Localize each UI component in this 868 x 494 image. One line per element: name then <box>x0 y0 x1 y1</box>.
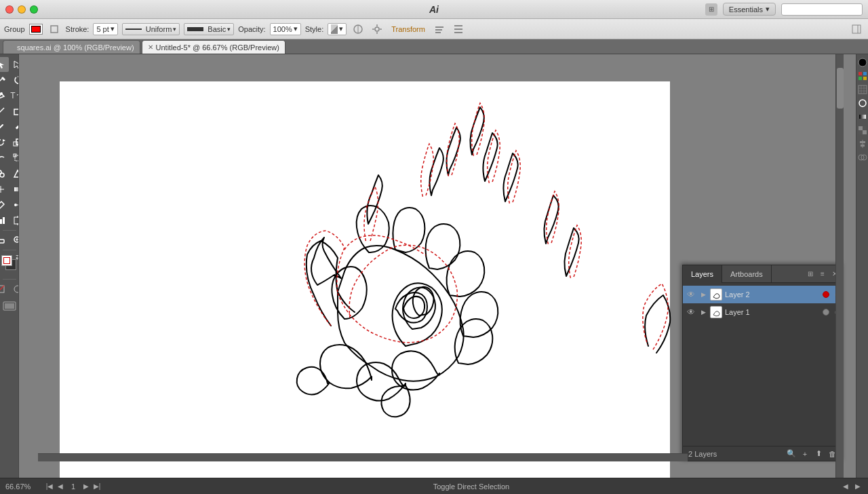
status-message: Toggle Direct Selection <box>107 482 835 491</box>
window-controls[interactable] <box>5 5 38 14</box>
eraser-tool[interactable] <box>0 233 9 248</box>
stroke-options-btn[interactable] <box>47 22 62 37</box>
tool-group-brush <box>0 119 19 134</box>
tab-close-untitled[interactable]: ✕ <box>148 43 153 51</box>
tab-close-squares[interactable]: ✕ <box>9 43 14 51</box>
svg-point-33 <box>0 173 4 177</box>
horizontal-scrollbar[interactable] <box>38 453 688 461</box>
title-right: ⊞ Essentials ▾ <box>705 3 863 16</box>
svg-marker-34 <box>14 170 19 177</box>
first-page-btn[interactable]: |◀ <box>45 482 54 491</box>
color-panel-icon[interactable] <box>857 57 868 68</box>
foreground-color[interactable] <box>1 255 12 266</box>
gradient-tool[interactable] <box>9 182 19 197</box>
screen-mode-btn[interactable] <box>1 299 18 314</box>
current-page[interactable]: 1 <box>66 482 80 491</box>
magic-wand-tool[interactable] <box>0 73 9 88</box>
type-tool[interactable]: T T <box>9 88 19 103</box>
rectangle-tool[interactable] <box>9 104 19 119</box>
pencil-tool[interactable] <box>9 119 19 134</box>
svg-rect-59 <box>859 72 862 75</box>
uniform-dropdown[interactable]: Uniform <box>122 23 180 35</box>
layers-move-icon[interactable]: ⬆ <box>813 449 824 459</box>
last-page-btn[interactable]: ▶| <box>92 482 102 491</box>
transparency-panel-icon[interactable] <box>857 125 868 136</box>
layer-row-2[interactable]: 👁 ▶ Layer 2 ○ <box>683 286 843 303</box>
tab-squares[interactable]: ✕ squares.ai @ 100% (RGB/Preview) <box>3 40 140 54</box>
pen-tool[interactable] <box>0 88 9 103</box>
svg-rect-63 <box>859 86 867 94</box>
layers-new-icon[interactable]: + <box>800 449 810 459</box>
line-tool[interactable] <box>0 104 9 119</box>
search-bar[interactable] <box>781 3 863 16</box>
svg-rect-14 <box>852 25 861 33</box>
settings-icon[interactable] <box>370 22 384 37</box>
more-options-icon[interactable] <box>451 22 466 37</box>
close-button[interactable] <box>5 5 14 14</box>
stroke-color-box[interactable] <box>29 24 43 35</box>
artboard-tool[interactable] <box>9 213 19 228</box>
minimize-button[interactable] <box>18 5 26 14</box>
scale-tool[interactable] <box>9 135 19 150</box>
arrange-icon[interactable]: ⊞ <box>705 3 717 16</box>
none-fill-icon[interactable] <box>0 282 9 297</box>
essentials-dropdown[interactable]: Essentials ▾ <box>723 3 776 16</box>
status-arrow-left[interactable]: ◀ <box>841 482 850 491</box>
warp-tool[interactable] <box>0 151 9 166</box>
stroke-panel-icon[interactable] <box>857 98 868 109</box>
layer-1-visibility-icon[interactable]: 👁 <box>686 307 696 318</box>
layer-1-expand-icon[interactable]: ▶ <box>699 308 707 316</box>
white-fill-icon[interactable] <box>9 282 19 297</box>
direct-selection-tool[interactable] <box>9 57 19 72</box>
blend-tool[interactable] <box>9 197 19 212</box>
prev-page-btn[interactable]: ◀ <box>56 482 65 491</box>
transform-button[interactable]: Transform <box>389 24 428 35</box>
vertical-scrollbar[interactable] <box>835 54 844 478</box>
pathfinder-panel-icon[interactable] <box>857 152 868 163</box>
layers-search-icon[interactable]: 🔍 <box>786 449 797 459</box>
selection-tool[interactable] <box>0 57 9 72</box>
stroke-value-input[interactable]: 5 pt ▾ <box>93 23 117 35</box>
artboards-tab[interactable]: Artboards <box>722 265 772 283</box>
grid-panel-icon[interactable] <box>857 84 868 95</box>
mesh-tool[interactable] <box>0 182 9 197</box>
main-layout: T T <box>0 54 868 478</box>
tool-group-mesh <box>0 182 19 197</box>
zoom-level[interactable]: 66.67% <box>5 482 39 491</box>
chart-tool[interactable] <box>0 213 9 228</box>
layers-tab[interactable]: Layers <box>683 265 722 283</box>
panel-toggle-icon[interactable] <box>849 22 864 37</box>
svg-rect-47 <box>0 240 4 243</box>
gradient-panel-icon[interactable] <box>857 111 868 122</box>
status-arrow-right[interactable]: ▶ <box>853 482 863 491</box>
zoom-tool[interactable] <box>9 233 19 248</box>
swatches-panel-icon[interactable] <box>857 71 868 81</box>
svg-rect-43 <box>3 217 5 224</box>
layer-row-1[interactable]: 👁 ▶ Layer 1 ○ <box>683 303 843 321</box>
align-icon[interactable] <box>432 22 447 37</box>
paintbrush-tool[interactable] <box>0 119 9 134</box>
svg-rect-13 <box>454 32 462 33</box>
shape-builder-tool[interactable] <box>0 166 9 181</box>
layers-expand-icon[interactable]: ⊞ <box>805 269 816 280</box>
tab-untitled[interactable]: ✕ Untitled-5* @ 66.67% (RGB/Preview) <box>142 40 285 54</box>
lasso-tool[interactable] <box>9 73 19 88</box>
perspective-tool[interactable] <box>9 166 19 181</box>
style-input[interactable]: ▾ <box>328 23 347 35</box>
layer-2-visibility-icon[interactable]: 👁 <box>686 289 696 300</box>
layers-panel: Layers Artboards ⊞ ≡ ✕ 👁 ▶ Layer 2 <box>682 265 844 461</box>
canvas-area[interactable]: Layers Artboards ⊞ ≡ ✕ 👁 ▶ Layer 2 <box>19 54 856 478</box>
appearance-icon[interactable] <box>351 22 366 37</box>
layers-menu-icon[interactable]: ≡ <box>817 269 828 280</box>
next-page-btn[interactable]: ▶ <box>81 482 91 491</box>
align-panel-icon[interactable] <box>857 138 868 149</box>
vscroll-thumb[interactable] <box>837 68 844 109</box>
eyedropper-tool[interactable] <box>0 197 9 212</box>
basic-dropdown[interactable]: Basic <box>184 23 234 35</box>
layer-2-expand-icon[interactable]: ▶ <box>699 290 707 299</box>
opacity-input[interactable]: 100% ▾ <box>270 23 301 35</box>
zoom-button[interactable] <box>30 5 38 14</box>
right-options <box>849 22 864 37</box>
rotate-tool[interactable] <box>0 135 9 150</box>
free-transform-tool[interactable] <box>9 151 19 166</box>
